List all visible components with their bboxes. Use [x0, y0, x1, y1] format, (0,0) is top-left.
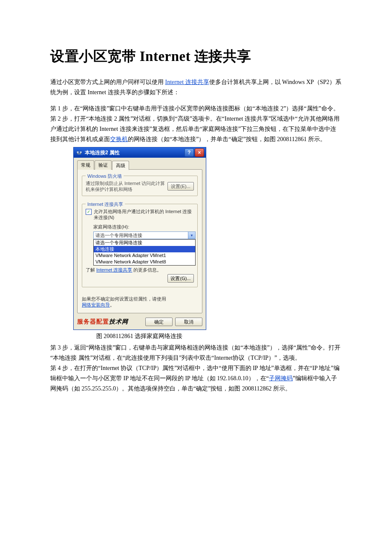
- close-button[interactable]: ×: [195, 148, 204, 157]
- tab-general[interactable]: 常规: [77, 160, 94, 170]
- switch-link[interactable]: 交换机: [110, 136, 128, 142]
- figure-caption: 图 2008112861 选择家庭网络连接: [50, 332, 205, 340]
- checkbox-icon: ✓: [86, 209, 92, 215]
- page-title: 设置小区宽带 Internet 连接共享: [50, 47, 342, 66]
- ics-group: Internet 连接共享 ✓ 允许其他网络用户通过此计算机的 Internet…: [82, 204, 198, 287]
- tab-advanced[interactable]: 高级: [112, 161, 129, 170]
- tab-strip: 常规 验证 高级: [77, 160, 202, 170]
- ics-link[interactable]: Internet 连接共享: [165, 79, 209, 85]
- brand1: 服务器配置: [77, 318, 109, 325]
- cancel-button[interactable]: 取消: [175, 318, 202, 326]
- wizard-hint: 如果您不确定如何设置这些属性，请使用 网络安装向导。: [82, 296, 198, 308]
- subnet-mask-link[interactable]: 子网掩码: [269, 375, 293, 382]
- firewall-text: 通过限制或防止从 Internet 访问此计算机来保护计算机和网络: [86, 180, 167, 192]
- dialog-title: 本地连接2 属性: [85, 149, 184, 156]
- intro-pre: 通过小区宽带方式上网的用户同样可以使用: [50, 79, 165, 85]
- brand2: 技术网: [109, 318, 128, 325]
- option-local-connection[interactable]: 本地连接: [94, 246, 195, 252]
- step2-post: 的网络连接（如“本地连接”），并单击“确定”按钮，如图 2008112861 所…: [128, 136, 326, 142]
- step2: 第 2 步，打开“本地连接 2 属性”对话框，切换到“高级”选项卡。在“Inte…: [50, 114, 342, 145]
- network-icon: [76, 150, 82, 156]
- step4: 第 4 步，在打开的“Internet 协议（TCP/IP）属性”对话框中，选中…: [50, 363, 342, 394]
- learn-post: 的更多信息。: [132, 267, 161, 272]
- firewall-group: Windows 防火墙 通过限制或防止从 Internet 访问此计算机来保护计…: [82, 176, 198, 196]
- tab-auth[interactable]: 验证: [95, 160, 112, 170]
- svg-rect-0: [77, 151, 79, 153]
- intro-paragraph: 通过小区宽带方式上网的用户同样可以使用 Internet 连接共享使多台计算机共…: [50, 77, 342, 98]
- option-vmnet8[interactable]: VMware Network Adapter VMnet8: [94, 259, 195, 265]
- dialog-titlebar: 本地连接2 属性 ? ×: [74, 147, 206, 158]
- ok-button[interactable]: 确定: [145, 318, 173, 326]
- properties-dialog: 本地连接2 属性 ? × 常规 验证 高级 Windows 防火墙 通过限制或防…: [73, 147, 206, 330]
- learn-pre: 了解: [86, 267, 96, 272]
- learn-more: 了解 Internet 连接共享 的更多信息。: [86, 267, 194, 273]
- help-button[interactable]: ?: [184, 148, 194, 157]
- firewall-legend: Windows 防火墙: [86, 173, 124, 179]
- chevron-down-icon: ▼: [188, 232, 195, 239]
- svg-rect-1: [80, 151, 82, 153]
- learn-link[interactable]: Internet 连接共享: [96, 267, 132, 272]
- home-network-combo[interactable]: 请选一个专用网络连接 ▼: [93, 231, 196, 239]
- combo-value: 请选一个专用网络连接: [94, 232, 188, 239]
- home-network-dropdown: 请选一个专用网络连接 本地连接 VMware Network Adapter V…: [93, 239, 196, 266]
- allow-share-label: 允许其他网络用户通过此计算机的 Internet 连接来连接(N): [94, 208, 194, 220]
- option-placeholder[interactable]: 请选一个专用网络连接: [94, 240, 195, 246]
- hint-pre: 如果您不确定如何设置这些属性，请使用: [82, 296, 166, 301]
- firewall-settings-button[interactable]: 设置(E)...: [167, 182, 194, 191]
- step3: 第 3 步，返回“网络连接”窗口，右键单击与家庭网络相连的网络连接（如“本地连接…: [50, 343, 342, 363]
- allow-share-checkbox[interactable]: ✓ 允许其他网络用户通过此计算机的 Internet 连接来连接(N): [86, 208, 194, 220]
- step1: 第 1 步，在“网络连接”窗口中右键单击用于连接小区宽带的网络连接图标（如“本地…: [50, 104, 342, 114]
- ics-settings-button[interactable]: 设置(G)...: [167, 274, 194, 283]
- dialog-footer: 服务器配置技术网 确定 取消: [74, 315, 206, 330]
- option-vmnet1[interactable]: VMware Network Adapter VMnet1: [94, 252, 195, 259]
- tab-panel-advanced: Windows 防火墙 通过限制或防止从 Internet 访问此计算机来保护计…: [77, 169, 202, 313]
- ics-legend: Internet 连接共享: [86, 201, 125, 208]
- network-wizard-link[interactable]: 网络安装向导: [82, 302, 110, 307]
- home-network-label: 家庭网络连接(H):: [93, 224, 194, 230]
- brand-watermark: 服务器配置技术网: [77, 318, 128, 326]
